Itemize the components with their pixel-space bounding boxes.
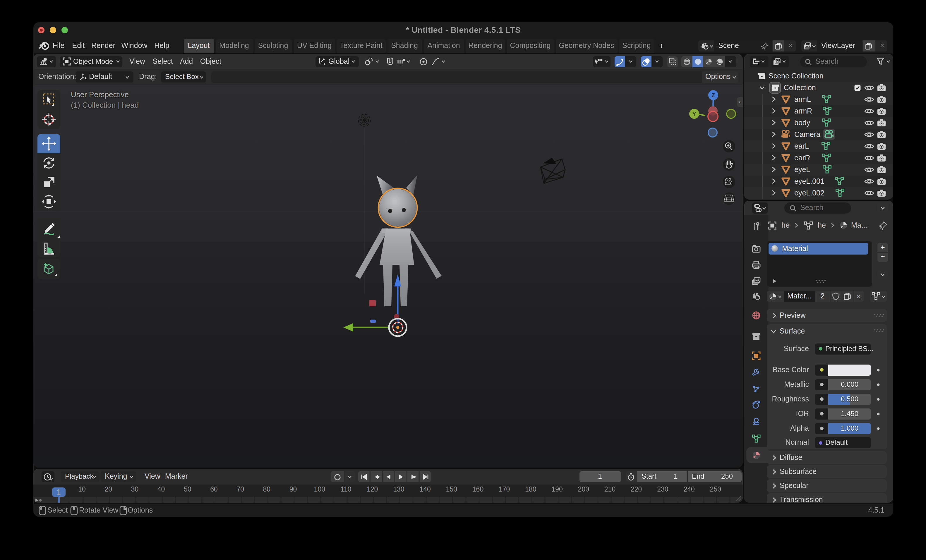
svg-text:Z: Z <box>711 92 715 98</box>
svg-text:Y: Y <box>693 111 696 117</box>
